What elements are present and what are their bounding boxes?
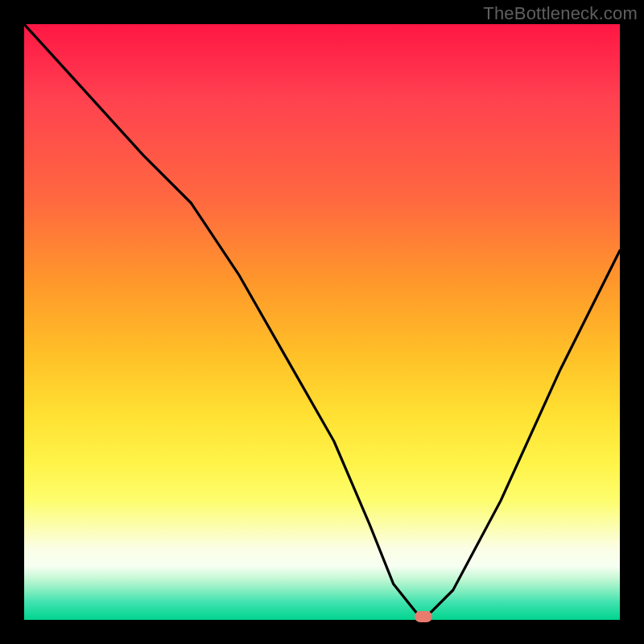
- watermark-text: TheBottleneck.com: [483, 3, 638, 24]
- optimal-point-marker: [415, 611, 432, 622]
- plot-area: [24, 24, 620, 620]
- curve-path: [24, 24, 620, 614]
- chart-container: TheBottleneck.com: [0, 0, 644, 644]
- bottleneck-curve: [24, 24, 620, 620]
